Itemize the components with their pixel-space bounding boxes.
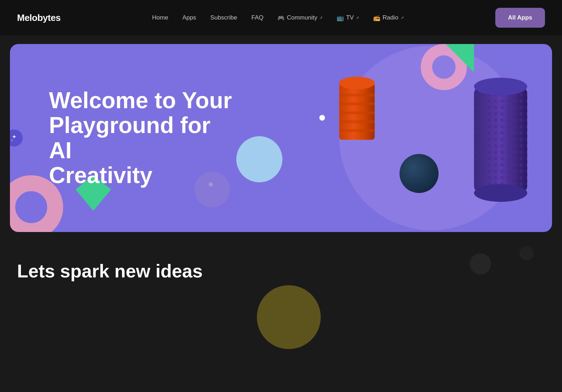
svg-rect-1 <box>339 83 375 140</box>
svg-point-2 <box>339 77 375 89</box>
decorative-circle-dark-1 <box>470 253 491 275</box>
decorative-circle-olive <box>257 285 321 349</box>
brand-logo[interactable]: Melobytes <box>17 12 61 23</box>
svg-rect-5 <box>339 111 375 114</box>
navbar: Melobytes Home Apps Subscribe FAQ 🎮 Com <box>0 0 562 35</box>
nav-tv[interactable]: 📺 TV ↗ <box>337 14 359 21</box>
sparkle-icon <box>10 134 18 142</box>
nav-apps[interactable]: Apps <box>182 14 196 21</box>
hero-text-block: Welcome to Your Playground for AI Creati… <box>49 88 233 188</box>
hero-title: Welcome to Your Playground for AI Creati… <box>49 88 233 188</box>
svg-rect-10 <box>474 87 527 193</box>
nav-links: Home Apps Subscribe FAQ 🎮 Community ↗ <box>152 14 404 21</box>
decorative-dot-1 <box>319 115 325 121</box>
svg-rect-7 <box>339 129 375 132</box>
sidebar-toggle-button[interactable] <box>10 129 23 147</box>
decorative-green-corner <box>446 44 474 72</box>
bg-circle <box>339 46 524 230</box>
decorative-cylinder-orange <box>336 72 378 143</box>
external-link-icon: ↗ <box>319 16 323 20</box>
decorative-circle-dark-2 <box>519 246 534 260</box>
decorative-circle-lightblue <box>236 136 282 182</box>
nav-home[interactable]: Home <box>152 14 168 21</box>
decorative-ball-navy <box>400 154 439 193</box>
nav-faq[interactable]: FAQ <box>251 14 263 21</box>
nav-radio[interactable]: 📻 Radio ↗ <box>373 14 403 21</box>
svg-point-11 <box>474 78 527 95</box>
nav-subscribe[interactable]: Subscribe <box>210 14 237 21</box>
decorative-roller-purple <box>467 72 531 197</box>
external-link-icon: ↗ <box>356 16 359 20</box>
bottom-section: Lets spark new ideas <box>0 232 562 356</box>
svg-point-12 <box>474 184 527 202</box>
all-apps-button[interactable]: All Apps <box>495 8 545 28</box>
nav-community[interactable]: 🎮 Community ↗ <box>277 14 323 21</box>
spark-title: Lets spark new ideas <box>17 260 545 282</box>
svg-rect-9 <box>474 87 527 193</box>
svg-rect-3 <box>339 94 375 96</box>
external-link-icon: ↗ <box>401 16 404 20</box>
svg-rect-6 <box>339 120 375 123</box>
svg-rect-4 <box>339 103 375 105</box>
hero-section: Welcome to Your Playground for AI Creati… <box>10 44 552 232</box>
